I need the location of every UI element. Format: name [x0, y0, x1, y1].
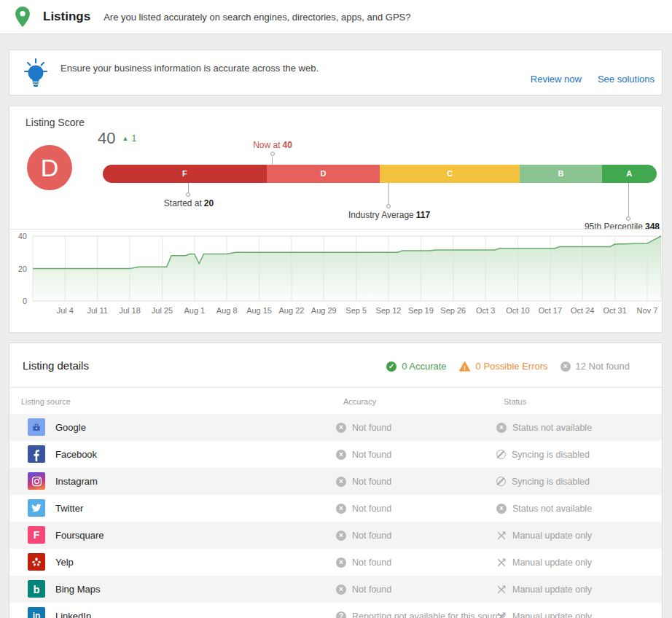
listing-row-bing[interactable]: bBing Maps×Not foundManual update only: [9, 576, 662, 603]
page-header: Listings Are you listed accurately on se…: [0, 0, 672, 34]
listing-details-card: Listing details ✓ 0 Accurate ! 0 Possibl…: [9, 343, 663, 618]
status-cell: Syncing is disabled: [496, 441, 590, 468]
not-found-circle-icon: ×: [560, 361, 571, 372]
svg-text:Aug 22: Aug 22: [279, 306, 305, 315]
status-cell: Manual update only: [496, 549, 592, 576]
listing-source-name: Instagram: [55, 468, 98, 495]
score-trend-svg: 40200Jul 4Jul 11Jul 18Jul 25Aug 1Aug 8Au…: [9, 230, 662, 334]
sync-disabled-icon: [496, 477, 506, 486]
details-title: Listing details: [23, 359, 89, 372]
listing-row-google[interactable]: Google×Not found×Status not available: [9, 414, 662, 441]
review-now-link[interactable]: Review now: [531, 74, 582, 85]
see-solutions-link[interactable]: See solutions: [598, 74, 655, 85]
svg-text:Nov 7: Nov 7: [637, 306, 658, 315]
svg-text:Sep 12: Sep 12: [376, 306, 402, 315]
instagram-icon: [28, 472, 45, 490]
grade-segment-d: D: [267, 165, 380, 183]
accuracy-cell: ×Not found: [336, 495, 391, 522]
details-header-divider: [9, 387, 662, 388]
accuracy-cell: ×Not found: [336, 468, 391, 495]
manual-update-icon: [496, 531, 507, 541]
svg-text:40: 40: [18, 232, 27, 240]
status-cell: Manual update only: [496, 603, 592, 618]
not-found-icon: ×: [336, 531, 346, 541]
bing-icon: b: [28, 580, 45, 598]
possible-errors-badge: ! 0 Possible Errors: [459, 361, 548, 372]
status-cell: ×Status not available: [496, 495, 592, 522]
accurate-check-icon: ✓: [386, 361, 396, 372]
status-cell: ×Status not available: [496, 414, 592, 441]
svg-text:Oct 17: Oct 17: [539, 306, 562, 315]
listing-source-name: Foursquare: [55, 522, 103, 549]
status-not-available-icon: ×: [496, 423, 507, 433]
started-pin-line: [188, 183, 189, 192]
percentile-pin-line: [628, 183, 629, 216]
industry-pin-dot: [386, 204, 391, 208]
tip-banner: Ensure your business information is accu…: [9, 50, 663, 95]
svg-text:Oct 24: Oct 24: [571, 306, 594, 315]
listings-page: Listings Are you listed accurately on se…: [0, 0, 672, 618]
status-cell: Manual update only: [496, 522, 592, 549]
status-cell: Syncing is disabled: [496, 468, 590, 495]
accurate-badge: ✓ 0 Accurate: [386, 361, 446, 372]
now-pin-dot: [270, 152, 275, 156]
accuracy-cell: ×Not found: [336, 549, 391, 576]
listing-source-name: Twitter: [55, 495, 83, 522]
started-annotation: Started at20: [164, 198, 214, 208]
score-delta: 1: [131, 133, 136, 144]
listing-source-name: Facebook: [55, 441, 97, 468]
manual-update-icon: [496, 558, 507, 568]
accuracy-cell: ×Not found: [336, 414, 391, 441]
svg-text:Sep 19: Sep 19: [408, 306, 434, 315]
manual-update-icon: [496, 584, 507, 595]
industry-average-annotation: Industry Average117: [348, 210, 430, 220]
banner-message: Ensure your business information is accu…: [60, 63, 319, 74]
score-title: Listing Score: [26, 117, 85, 128]
listing-row-facebook[interactable]: Facebook×Not foundSyncing is disabled: [9, 441, 662, 468]
foursquare-icon: F: [28, 526, 45, 544]
listing-row-foursquare[interactable]: FFoursquare×Not foundManual update only: [9, 522, 662, 549]
not-found-icon: ×: [336, 450, 346, 460]
reporting-unavailable-icon: ?: [336, 611, 346, 618]
svg-text:Aug 8: Aug 8: [216, 306, 238, 315]
grade-segment-a: A: [602, 165, 657, 183]
listing-source-name: LinkedIn: [55, 603, 91, 618]
not-found-badge: × 12 Not found: [560, 361, 630, 372]
listing-source-name: Google: [55, 414, 86, 441]
not-found-icon: ×: [336, 584, 346, 595]
svg-text:Oct 10: Oct 10: [506, 306, 529, 315]
twitter-icon: [28, 499, 45, 517]
now-annotation: Now at40: [253, 140, 292, 150]
svg-text:Sep 26: Sep 26: [440, 306, 466, 315]
industry-pin-line: [388, 183, 389, 204]
now-pin-line: [272, 157, 273, 165]
svg-text:Jul 18: Jul 18: [119, 306, 140, 315]
column-header-source: Listing source: [21, 397, 71, 406]
svg-text:Oct 3: Oct 3: [476, 306, 495, 315]
svg-text:20: 20: [18, 265, 27, 273]
score-value-row: 40 ▲ 1: [98, 129, 136, 148]
svg-text:Aug 1: Aug 1: [184, 306, 205, 315]
listing-score-card: Listing Score D 40 ▲ 1 Now at40 FDCBA St…: [9, 106, 663, 333]
manual-update-icon: [496, 611, 507, 618]
svg-text:Aug 29: Aug 29: [311, 306, 337, 315]
listing-row-linkedin[interactable]: inLinkedIn?Reporting not available for t…: [9, 603, 662, 618]
svg-text:Oct 31: Oct 31: [603, 306, 626, 315]
grade-bar: FDCBA: [103, 165, 657, 183]
accuracy-cell: ×Not found: [336, 576, 391, 603]
grade-segment-f: F: [103, 165, 267, 183]
banner-links: Review now See solutions: [531, 74, 655, 85]
svg-text:Sep 5: Sep 5: [345, 306, 367, 315]
accuracy-cell: ×Not found: [336, 441, 391, 468]
score-value: 40: [98, 129, 115, 148]
svg-text:0: 0: [23, 297, 27, 305]
yelp-icon: [28, 553, 45, 571]
warning-triangle-icon: !: [459, 361, 471, 372]
score-trend-chart: 40200Jul 4Jul 11Jul 18Jul 25Aug 1Aug 8Au…: [9, 230, 662, 334]
listing-row-instagram[interactable]: Instagram×Not foundSyncing is disabled: [9, 468, 662, 495]
not-found-icon: ×: [336, 504, 346, 514]
listing-rows: Google×Not found×Status not availableFac…: [9, 414, 662, 618]
listing-row-twitter[interactable]: Twitter×Not found×Status not available: [9, 495, 662, 522]
listing-row-yelp[interactable]: Yelp×Not foundManual update only: [9, 549, 662, 576]
status-cell: Manual update only: [496, 576, 592, 603]
